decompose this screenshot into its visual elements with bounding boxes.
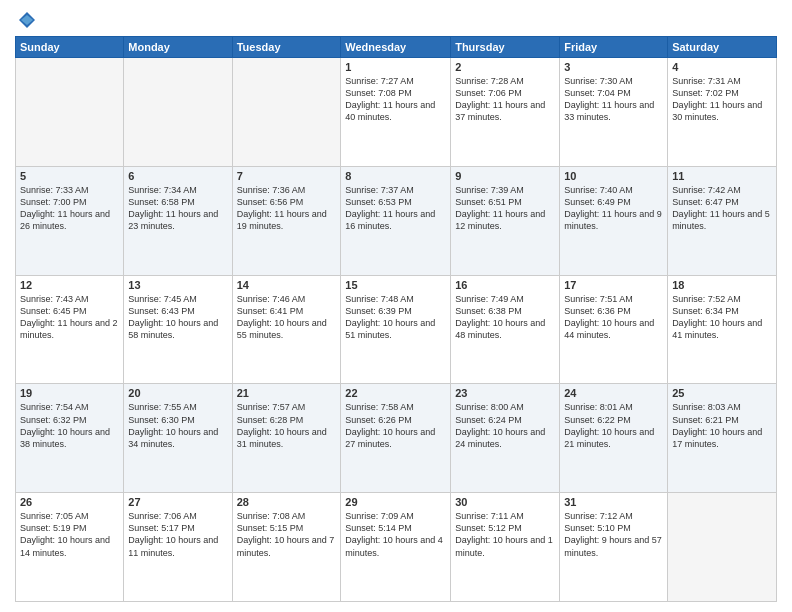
day-number: 1 <box>345 61 446 73</box>
logo <box>15 10 37 30</box>
day-info: Sunrise: 7:48 AM Sunset: 6:39 PM Dayligh… <box>345 293 446 342</box>
calendar-cell: 5Sunrise: 7:33 AM Sunset: 7:00 PM Daylig… <box>16 166 124 275</box>
calendar-cell: 28Sunrise: 7:08 AM Sunset: 5:15 PM Dayli… <box>232 493 341 602</box>
day-info: Sunrise: 7:34 AM Sunset: 6:58 PM Dayligh… <box>128 184 227 233</box>
calendar-cell: 21Sunrise: 7:57 AM Sunset: 6:28 PM Dayli… <box>232 384 341 493</box>
day-number: 15 <box>345 279 446 291</box>
calendar-cell: 8Sunrise: 7:37 AM Sunset: 6:53 PM Daylig… <box>341 166 451 275</box>
calendar-cell: 27Sunrise: 7:06 AM Sunset: 5:17 PM Dayli… <box>124 493 232 602</box>
day-number: 27 <box>128 496 227 508</box>
calendar-cell: 25Sunrise: 8:03 AM Sunset: 6:21 PM Dayli… <box>668 384 777 493</box>
calendar-cell: 31Sunrise: 7:12 AM Sunset: 5:10 PM Dayli… <box>560 493 668 602</box>
day-info: Sunrise: 7:28 AM Sunset: 7:06 PM Dayligh… <box>455 75 555 124</box>
day-info: Sunrise: 7:37 AM Sunset: 6:53 PM Dayligh… <box>345 184 446 233</box>
day-number: 14 <box>237 279 337 291</box>
day-info: Sunrise: 7:49 AM Sunset: 6:38 PM Dayligh… <box>455 293 555 342</box>
calendar-cell <box>124 58 232 167</box>
weekday-header-saturday: Saturday <box>668 37 777 58</box>
calendar-cell: 29Sunrise: 7:09 AM Sunset: 5:14 PM Dayli… <box>341 493 451 602</box>
day-number: 13 <box>128 279 227 291</box>
day-info: Sunrise: 7:12 AM Sunset: 5:10 PM Dayligh… <box>564 510 663 559</box>
calendar-cell: 6Sunrise: 7:34 AM Sunset: 6:58 PM Daylig… <box>124 166 232 275</box>
day-number: 29 <box>345 496 446 508</box>
day-number: 19 <box>20 387 119 399</box>
calendar-cell: 14Sunrise: 7:46 AM Sunset: 6:41 PM Dayli… <box>232 275 341 384</box>
day-info: Sunrise: 7:33 AM Sunset: 7:00 PM Dayligh… <box>20 184 119 233</box>
logo-icon <box>17 10 37 30</box>
calendar-cell: 18Sunrise: 7:52 AM Sunset: 6:34 PM Dayli… <box>668 275 777 384</box>
calendar-cell: 4Sunrise: 7:31 AM Sunset: 7:02 PM Daylig… <box>668 58 777 167</box>
calendar-cell: 9Sunrise: 7:39 AM Sunset: 6:51 PM Daylig… <box>451 166 560 275</box>
page: SundayMondayTuesdayWednesdayThursdayFrid… <box>0 0 792 612</box>
day-number: 28 <box>237 496 337 508</box>
day-number: 3 <box>564 61 663 73</box>
weekday-header-tuesday: Tuesday <box>232 37 341 58</box>
day-info: Sunrise: 7:45 AM Sunset: 6:43 PM Dayligh… <box>128 293 227 342</box>
calendar-cell <box>16 58 124 167</box>
weekday-header-friday: Friday <box>560 37 668 58</box>
calendar-cell: 11Sunrise: 7:42 AM Sunset: 6:47 PM Dayli… <box>668 166 777 275</box>
calendar-cell: 15Sunrise: 7:48 AM Sunset: 6:39 PM Dayli… <box>341 275 451 384</box>
calendar-cell <box>232 58 341 167</box>
day-info: Sunrise: 7:36 AM Sunset: 6:56 PM Dayligh… <box>237 184 337 233</box>
calendar-cell: 17Sunrise: 7:51 AM Sunset: 6:36 PM Dayli… <box>560 275 668 384</box>
day-number: 24 <box>564 387 663 399</box>
day-number: 26 <box>20 496 119 508</box>
day-info: Sunrise: 7:54 AM Sunset: 6:32 PM Dayligh… <box>20 401 119 450</box>
calendar-cell: 13Sunrise: 7:45 AM Sunset: 6:43 PM Dayli… <box>124 275 232 384</box>
calendar-cell: 1Sunrise: 7:27 AM Sunset: 7:08 PM Daylig… <box>341 58 451 167</box>
week-row-2: 5Sunrise: 7:33 AM Sunset: 7:00 PM Daylig… <box>16 166 777 275</box>
day-number: 21 <box>237 387 337 399</box>
header <box>15 10 777 30</box>
calendar-cell: 26Sunrise: 7:05 AM Sunset: 5:19 PM Dayli… <box>16 493 124 602</box>
week-row-5: 26Sunrise: 7:05 AM Sunset: 5:19 PM Dayli… <box>16 493 777 602</box>
calendar-cell: 30Sunrise: 7:11 AM Sunset: 5:12 PM Dayli… <box>451 493 560 602</box>
day-number: 12 <box>20 279 119 291</box>
day-info: Sunrise: 7:06 AM Sunset: 5:17 PM Dayligh… <box>128 510 227 559</box>
calendar-cell: 12Sunrise: 7:43 AM Sunset: 6:45 PM Dayli… <box>16 275 124 384</box>
day-info: Sunrise: 7:30 AM Sunset: 7:04 PM Dayligh… <box>564 75 663 124</box>
day-number: 18 <box>672 279 772 291</box>
calendar-cell: 3Sunrise: 7:30 AM Sunset: 7:04 PM Daylig… <box>560 58 668 167</box>
calendar-cell: 2Sunrise: 7:28 AM Sunset: 7:06 PM Daylig… <box>451 58 560 167</box>
calendar-cell: 22Sunrise: 7:58 AM Sunset: 6:26 PM Dayli… <box>341 384 451 493</box>
day-number: 4 <box>672 61 772 73</box>
day-number: 6 <box>128 170 227 182</box>
day-number: 9 <box>455 170 555 182</box>
calendar-cell: 20Sunrise: 7:55 AM Sunset: 6:30 PM Dayli… <box>124 384 232 493</box>
day-info: Sunrise: 7:39 AM Sunset: 6:51 PM Dayligh… <box>455 184 555 233</box>
day-info: Sunrise: 7:05 AM Sunset: 5:19 PM Dayligh… <box>20 510 119 559</box>
day-number: 25 <box>672 387 772 399</box>
weekday-header-wednesday: Wednesday <box>341 37 451 58</box>
weekday-header-sunday: Sunday <box>16 37 124 58</box>
day-number: 5 <box>20 170 119 182</box>
day-number: 31 <box>564 496 663 508</box>
weekday-header-monday: Monday <box>124 37 232 58</box>
day-number: 23 <box>455 387 555 399</box>
calendar-cell: 7Sunrise: 7:36 AM Sunset: 6:56 PM Daylig… <box>232 166 341 275</box>
day-info: Sunrise: 7:52 AM Sunset: 6:34 PM Dayligh… <box>672 293 772 342</box>
day-number: 10 <box>564 170 663 182</box>
day-info: Sunrise: 8:01 AM Sunset: 6:22 PM Dayligh… <box>564 401 663 450</box>
day-number: 17 <box>564 279 663 291</box>
week-row-3: 12Sunrise: 7:43 AM Sunset: 6:45 PM Dayli… <box>16 275 777 384</box>
calendar-cell: 16Sunrise: 7:49 AM Sunset: 6:38 PM Dayli… <box>451 275 560 384</box>
day-info: Sunrise: 8:03 AM Sunset: 6:21 PM Dayligh… <box>672 401 772 450</box>
day-info: Sunrise: 8:00 AM Sunset: 6:24 PM Dayligh… <box>455 401 555 450</box>
day-number: 22 <box>345 387 446 399</box>
day-number: 2 <box>455 61 555 73</box>
day-info: Sunrise: 7:09 AM Sunset: 5:14 PM Dayligh… <box>345 510 446 559</box>
calendar-cell <box>668 493 777 602</box>
day-info: Sunrise: 7:27 AM Sunset: 7:08 PM Dayligh… <box>345 75 446 124</box>
calendar-cell: 19Sunrise: 7:54 AM Sunset: 6:32 PM Dayli… <box>16 384 124 493</box>
calendar-cell: 23Sunrise: 8:00 AM Sunset: 6:24 PM Dayli… <box>451 384 560 493</box>
weekday-header-row: SundayMondayTuesdayWednesdayThursdayFrid… <box>16 37 777 58</box>
day-number: 8 <box>345 170 446 182</box>
day-info: Sunrise: 7:42 AM Sunset: 6:47 PM Dayligh… <box>672 184 772 233</box>
weekday-header-thursday: Thursday <box>451 37 560 58</box>
calendar-table: SundayMondayTuesdayWednesdayThursdayFrid… <box>15 36 777 602</box>
day-info: Sunrise: 7:46 AM Sunset: 6:41 PM Dayligh… <box>237 293 337 342</box>
day-info: Sunrise: 7:11 AM Sunset: 5:12 PM Dayligh… <box>455 510 555 559</box>
calendar-cell: 10Sunrise: 7:40 AM Sunset: 6:49 PM Dayli… <box>560 166 668 275</box>
day-info: Sunrise: 7:55 AM Sunset: 6:30 PM Dayligh… <box>128 401 227 450</box>
